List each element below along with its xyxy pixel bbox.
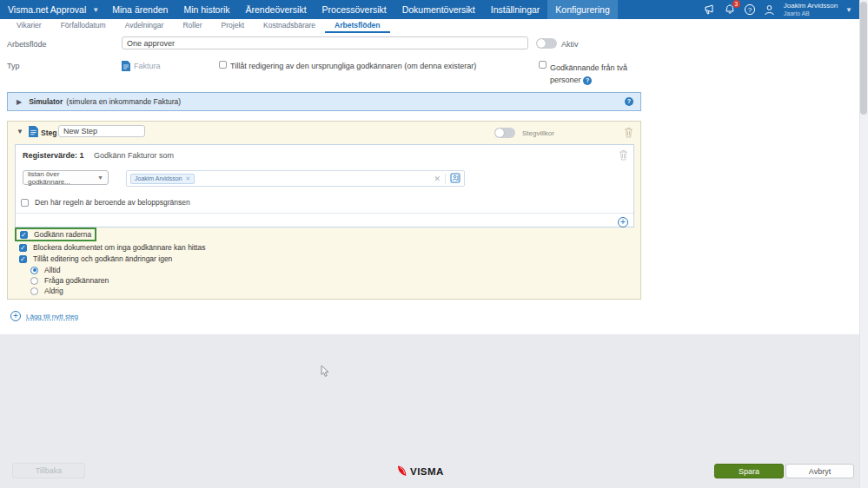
subnav-label: Avdelningar: [125, 21, 164, 30]
step-condition-toggle[interactable]: [494, 128, 515, 138]
rule-subtitle: Godkänn Fakturor som: [94, 151, 174, 160]
radio-never-label: Aldrig: [44, 287, 63, 295]
delete-step-trash-icon[interactable]: [624, 126, 633, 142]
nav-item-label: Mina ärenden: [112, 4, 168, 15]
nav-item-dokumentoversikt[interactable]: Dokumentöversikt: [394, 0, 483, 19]
active-toggle[interactable]: [536, 38, 557, 49]
allow-edit-checkbox[interactable]: [219, 61, 227, 69]
subnav-item-roller[interactable]: Roller: [173, 19, 211, 33]
top-navbar: Visma.net Approval ▼ Mina ärenden Min hi…: [0, 0, 859, 19]
subnav-label: Roller: [182, 21, 202, 30]
workflow-name-input[interactable]: [122, 36, 528, 49]
two-person-checkbox[interactable]: [539, 61, 547, 69]
subnav-item-projekt[interactable]: Projekt: [212, 19, 254, 33]
approver-field[interactable]: Joakim Arvidsson ✕ ✕: [126, 170, 465, 187]
block-document-option[interactable]: Blockera dokumentet om inga godkännare k…: [19, 243, 205, 252]
amount-limit-checkbox[interactable]: [21, 199, 29, 207]
clear-field-icon[interactable]: ✕: [434, 175, 441, 183]
user-name: Joakim Arvidsson: [784, 3, 838, 10]
scrollbar-thumb[interactable]: [860, 2, 867, 115]
megaphone-icon[interactable]: [704, 3, 716, 16]
step-panel: ▼ Steg 1 : Stegvillkor Registervärde: 1 …: [7, 121, 641, 300]
radio-ask-approver[interactable]: Fråga godkännaren: [30, 276, 109, 285]
subnav-item-avdelningar[interactable]: Avdelningar: [116, 19, 174, 33]
step-document-icon: [29, 125, 38, 141]
nav-item-min-historik[interactable]: Min historik: [176, 0, 237, 19]
help-icon[interactable]: ?: [583, 76, 592, 85]
radio-ask-approver-control[interactable]: [30, 277, 38, 285]
subnav-item-forfallodatum[interactable]: Förfallodatum: [51, 19, 116, 33]
approve-lines-checkbox[interactable]: [20, 231, 28, 239]
chevron-down-icon[interactable]: ▼: [17, 128, 23, 135]
nav-item-label: Ärendeöversikt: [246, 4, 307, 15]
radio-ask-approver-label: Fråga godkännaren: [44, 276, 109, 285]
help-icon[interactable]: ?: [625, 97, 633, 106]
subnav-label: Vikarier: [17, 21, 42, 30]
allow-editing-option[interactable]: Tillåt editering och godkänn ändringar i…: [19, 254, 172, 263]
scrollbar[interactable]: [859, 0, 868, 488]
approver-chip-label: Joakim Arvidsson: [135, 175, 182, 181]
nav-item-arendeoversikt[interactable]: Ärendeöversikt: [238, 0, 315, 19]
notification-bell-icon[interactable]: 3: [724, 3, 736, 16]
topnav-right: 3 ? Joakim Arvidsson Jaario AB ▼: [704, 0, 859, 19]
add-rule-plus-icon[interactable]: +: [618, 217, 628, 228]
back-button[interactable]: Tillbaka: [12, 463, 85, 478]
block-document-checkbox[interactable]: [19, 244, 27, 252]
nav-item-label: Konfigurering: [555, 4, 609, 15]
rule-panel: Registervärde: 1 Godkänn Fakturor som li…: [15, 144, 634, 228]
step-name-input[interactable]: [58, 125, 145, 137]
radio-always-label: Alltid: [44, 266, 60, 274]
delete-rule-trash-icon[interactable]: [619, 148, 628, 164]
chevron-down-icon[interactable]: ▼: [845, 6, 852, 14]
brand-menu[interactable]: Visma.net Approval ▼: [0, 0, 104, 19]
block-document-label: Blockera dokumentet om inga godkännare k…: [33, 243, 205, 252]
nav-item-label: Processöversikt: [322, 4, 387, 15]
subnav-label: Projekt: [222, 21, 244, 30]
type-value: Faktura: [134, 62, 161, 70]
two-person-label: Godkännande från två personer ?: [550, 62, 644, 87]
subnav-item-vikarier[interactable]: Vikarier: [7, 19, 51, 33]
nav-item-label: Inställningar: [491, 4, 540, 15]
nav-item-processoversikt[interactable]: Processöversikt: [315, 0, 394, 19]
save-button[interactable]: Spara: [714, 464, 784, 478]
user-company: Jaario AB: [784, 10, 838, 17]
approve-lines-option[interactable]: Godkänn raderna: [15, 228, 96, 241]
app-root: Visma.net Approval ▼ Mina ärenden Min hi…: [0, 0, 868, 488]
add-step-label[interactable]: Lägg till nytt steg: [26, 313, 78, 320]
allow-editing-label: Tillåt editering och godkänn ändringar i…: [33, 254, 172, 263]
allow-editing-checkbox[interactable]: [19, 255, 27, 263]
add-step-plus-icon: +: [10, 311, 21, 321]
radio-always[interactable]: Alltid: [30, 266, 60, 274]
user-menu[interactable]: Joakim Arvidsson Jaario AB: [784, 3, 838, 16]
help-icon[interactable]: ?: [744, 3, 756, 16]
rule-title: Registervärde: 1: [23, 151, 84, 160]
radio-always-control[interactable]: [30, 267, 38, 274]
add-step-link[interactable]: + Lägg till nytt steg: [10, 311, 78, 321]
user-icon: [764, 3, 776, 16]
radio-never[interactable]: Aldrig: [30, 287, 63, 295]
simulator-bar[interactable]: ▶ Simulator (simulera en inkommande Fakt…: [7, 92, 641, 111]
nav-item-label: Min historik: [183, 4, 229, 15]
nav-item-installningar[interactable]: Inställningar: [483, 0, 548, 19]
subnav-label: Förfallodatum: [61, 21, 106, 30]
approve-lines-label: Godkänn raderna: [34, 230, 91, 239]
simulator-subtitle: (simulera en inkommande Faktura): [66, 97, 181, 106]
subnav-label: Kostnadsbärare: [263, 21, 315, 30]
chevron-right-icon: ▶: [17, 98, 22, 106]
approver-source-dropdown[interactable]: listan över godkännare... ▼: [23, 170, 109, 185]
cancel-button[interactable]: Avbryt: [785, 464, 854, 478]
field-divider: [445, 174, 446, 184]
address-book-icon[interactable]: [450, 171, 461, 187]
remove-chip-icon[interactable]: ✕: [185, 175, 190, 182]
dropdown-label: listan över godkännare...: [28, 170, 97, 186]
mouse-cursor: [320, 365, 330, 381]
subnav-item-arbetsfloden[interactable]: Arbetsflöden: [325, 19, 389, 33]
nav-item-mina-arenden[interactable]: Mina ärenden: [104, 0, 176, 19]
active-toggle-label: Aktiv: [561, 40, 579, 49]
radio-never-control[interactable]: [30, 287, 38, 295]
notification-badge: 3: [732, 0, 740, 8]
subnav-item-kostnadsbarare[interactable]: Kostnadsbärare: [254, 19, 325, 33]
nav-item-label: Dokumentöversikt: [402, 4, 475, 15]
amount-limit-label: Den här regeln är beroende av beloppsgrä…: [35, 198, 190, 207]
nav-item-konfigurering[interactable]: Konfigurering: [547, 0, 617, 19]
